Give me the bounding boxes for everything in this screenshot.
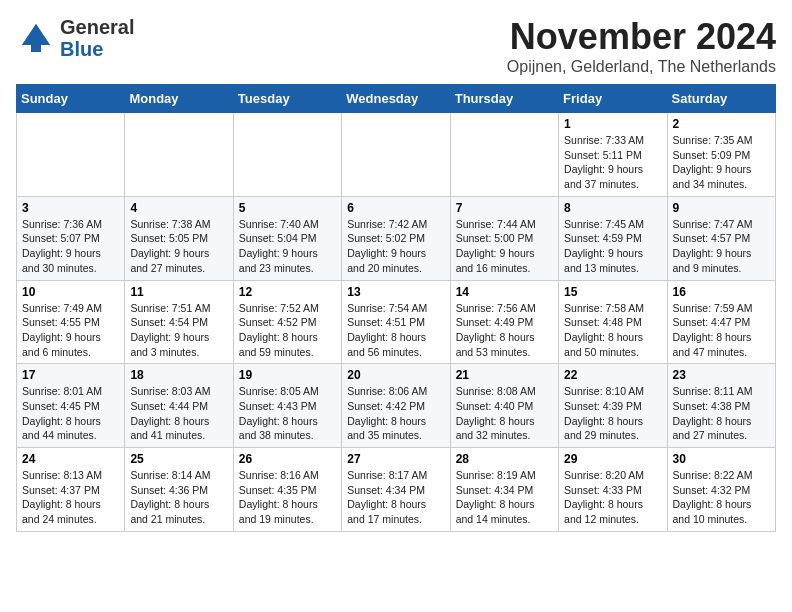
day-info: Sunrise: 7:49 AM Sunset: 4:55 PM Dayligh… [22, 301, 119, 360]
day-number: 27 [347, 452, 444, 466]
day-info: Sunrise: 7:47 AM Sunset: 4:57 PM Dayligh… [673, 217, 770, 276]
day-info: Sunrise: 7:40 AM Sunset: 5:04 PM Dayligh… [239, 217, 336, 276]
day-number: 5 [239, 201, 336, 215]
logo-blue: Blue [60, 38, 134, 60]
day-info: Sunrise: 8:22 AM Sunset: 4:32 PM Dayligh… [673, 468, 770, 527]
day-number: 14 [456, 285, 553, 299]
day-number: 15 [564, 285, 661, 299]
day-number: 10 [22, 285, 119, 299]
day-info: Sunrise: 8:10 AM Sunset: 4:39 PM Dayligh… [564, 384, 661, 443]
day-number: 4 [130, 201, 227, 215]
calendar-cell: 17Sunrise: 8:01 AM Sunset: 4:45 PM Dayli… [17, 364, 125, 448]
day-info: Sunrise: 7:58 AM Sunset: 4:48 PM Dayligh… [564, 301, 661, 360]
logo: General Blue [16, 16, 134, 60]
calendar-header-row: SundayMondayTuesdayWednesdayThursdayFrid… [17, 85, 776, 113]
calendar-cell: 29Sunrise: 8:20 AM Sunset: 4:33 PM Dayli… [559, 448, 667, 532]
calendar-cell: 25Sunrise: 8:14 AM Sunset: 4:36 PM Dayli… [125, 448, 233, 532]
calendar-cell: 8Sunrise: 7:45 AM Sunset: 4:59 PM Daylig… [559, 196, 667, 280]
day-number: 26 [239, 452, 336, 466]
logo-name: General Blue [60, 16, 134, 60]
calendar-cell: 30Sunrise: 8:22 AM Sunset: 4:32 PM Dayli… [667, 448, 775, 532]
calendar-cell: 21Sunrise: 8:08 AM Sunset: 4:40 PM Dayli… [450, 364, 558, 448]
title-block: November 2024 Opijnen, Gelderland, The N… [507, 16, 776, 76]
calendar-cell: 24Sunrise: 8:13 AM Sunset: 4:37 PM Dayli… [17, 448, 125, 532]
calendar-table: SundayMondayTuesdayWednesdayThursdayFrid… [16, 84, 776, 532]
calendar-header-saturday: Saturday [667, 85, 775, 113]
day-number: 3 [22, 201, 119, 215]
day-info: Sunrise: 8:06 AM Sunset: 4:42 PM Dayligh… [347, 384, 444, 443]
calendar-header-friday: Friday [559, 85, 667, 113]
day-info: Sunrise: 8:20 AM Sunset: 4:33 PM Dayligh… [564, 468, 661, 527]
day-number: 12 [239, 285, 336, 299]
calendar-cell: 6Sunrise: 7:42 AM Sunset: 5:02 PM Daylig… [342, 196, 450, 280]
day-number: 29 [564, 452, 661, 466]
day-info: Sunrise: 8:11 AM Sunset: 4:38 PM Dayligh… [673, 384, 770, 443]
calendar-cell: 12Sunrise: 7:52 AM Sunset: 4:52 PM Dayli… [233, 280, 341, 364]
day-number: 28 [456, 452, 553, 466]
calendar-cell: 22Sunrise: 8:10 AM Sunset: 4:39 PM Dayli… [559, 364, 667, 448]
calendar-cell: 7Sunrise: 7:44 AM Sunset: 5:00 PM Daylig… [450, 196, 558, 280]
calendar-cell: 4Sunrise: 7:38 AM Sunset: 5:05 PM Daylig… [125, 196, 233, 280]
calendar-header-thursday: Thursday [450, 85, 558, 113]
calendar-cell: 10Sunrise: 7:49 AM Sunset: 4:55 PM Dayli… [17, 280, 125, 364]
day-number: 8 [564, 201, 661, 215]
day-number: 19 [239, 368, 336, 382]
day-info: Sunrise: 8:16 AM Sunset: 4:35 PM Dayligh… [239, 468, 336, 527]
day-number: 23 [673, 368, 770, 382]
calendar-cell: 13Sunrise: 7:54 AM Sunset: 4:51 PM Dayli… [342, 280, 450, 364]
day-number: 18 [130, 368, 227, 382]
day-info: Sunrise: 8:01 AM Sunset: 4:45 PM Dayligh… [22, 384, 119, 443]
calendar-header-tuesday: Tuesday [233, 85, 341, 113]
calendar-cell [17, 113, 125, 197]
calendar-week-row: 1Sunrise: 7:33 AM Sunset: 5:11 PM Daylig… [17, 113, 776, 197]
calendar-cell [450, 113, 558, 197]
calendar-cell: 15Sunrise: 7:58 AM Sunset: 4:48 PM Dayli… [559, 280, 667, 364]
day-number: 30 [673, 452, 770, 466]
day-info: Sunrise: 8:13 AM Sunset: 4:37 PM Dayligh… [22, 468, 119, 527]
day-info: Sunrise: 8:17 AM Sunset: 4:34 PM Dayligh… [347, 468, 444, 527]
calendar-header-sunday: Sunday [17, 85, 125, 113]
day-number: 1 [564, 117, 661, 131]
day-number: 16 [673, 285, 770, 299]
calendar-cell: 11Sunrise: 7:51 AM Sunset: 4:54 PM Dayli… [125, 280, 233, 364]
day-number: 25 [130, 452, 227, 466]
day-number: 2 [673, 117, 770, 131]
location: Opijnen, Gelderland, The Netherlands [507, 58, 776, 76]
day-number: 13 [347, 285, 444, 299]
day-info: Sunrise: 7:42 AM Sunset: 5:02 PM Dayligh… [347, 217, 444, 276]
calendar-cell: 19Sunrise: 8:05 AM Sunset: 4:43 PM Dayli… [233, 364, 341, 448]
calendar-cell: 28Sunrise: 8:19 AM Sunset: 4:34 PM Dayli… [450, 448, 558, 532]
logo-general: General [60, 16, 134, 38]
day-info: Sunrise: 7:56 AM Sunset: 4:49 PM Dayligh… [456, 301, 553, 360]
day-info: Sunrise: 7:33 AM Sunset: 5:11 PM Dayligh… [564, 133, 661, 192]
calendar-cell: 27Sunrise: 8:17 AM Sunset: 4:34 PM Dayli… [342, 448, 450, 532]
day-info: Sunrise: 8:05 AM Sunset: 4:43 PM Dayligh… [239, 384, 336, 443]
day-info: Sunrise: 7:44 AM Sunset: 5:00 PM Dayligh… [456, 217, 553, 276]
calendar-cell: 18Sunrise: 8:03 AM Sunset: 4:44 PM Dayli… [125, 364, 233, 448]
day-info: Sunrise: 7:35 AM Sunset: 5:09 PM Dayligh… [673, 133, 770, 192]
svg-rect-2 [31, 42, 41, 52]
calendar-week-row: 3Sunrise: 7:36 AM Sunset: 5:07 PM Daylig… [17, 196, 776, 280]
calendar-week-row: 17Sunrise: 8:01 AM Sunset: 4:45 PM Dayli… [17, 364, 776, 448]
calendar-cell: 5Sunrise: 7:40 AM Sunset: 5:04 PM Daylig… [233, 196, 341, 280]
calendar-cell: 14Sunrise: 7:56 AM Sunset: 4:49 PM Dayli… [450, 280, 558, 364]
calendar-cell: 16Sunrise: 7:59 AM Sunset: 4:47 PM Dayli… [667, 280, 775, 364]
day-number: 22 [564, 368, 661, 382]
day-number: 9 [673, 201, 770, 215]
day-info: Sunrise: 7:54 AM Sunset: 4:51 PM Dayligh… [347, 301, 444, 360]
day-info: Sunrise: 8:03 AM Sunset: 4:44 PM Dayligh… [130, 384, 227, 443]
day-number: 6 [347, 201, 444, 215]
day-info: Sunrise: 7:36 AM Sunset: 5:07 PM Dayligh… [22, 217, 119, 276]
calendar-cell: 2Sunrise: 7:35 AM Sunset: 5:09 PM Daylig… [667, 113, 775, 197]
day-info: Sunrise: 8:19 AM Sunset: 4:34 PM Dayligh… [456, 468, 553, 527]
calendar-cell: 1Sunrise: 7:33 AM Sunset: 5:11 PM Daylig… [559, 113, 667, 197]
month-title: November 2024 [507, 16, 776, 58]
day-info: Sunrise: 8:14 AM Sunset: 4:36 PM Dayligh… [130, 468, 227, 527]
day-info: Sunrise: 7:59 AM Sunset: 4:47 PM Dayligh… [673, 301, 770, 360]
day-info: Sunrise: 7:51 AM Sunset: 4:54 PM Dayligh… [130, 301, 227, 360]
calendar-cell [233, 113, 341, 197]
day-number: 24 [22, 452, 119, 466]
day-number: 17 [22, 368, 119, 382]
page-header: General Blue November 2024 Opijnen, Geld… [16, 16, 776, 76]
calendar-week-row: 10Sunrise: 7:49 AM Sunset: 4:55 PM Dayli… [17, 280, 776, 364]
